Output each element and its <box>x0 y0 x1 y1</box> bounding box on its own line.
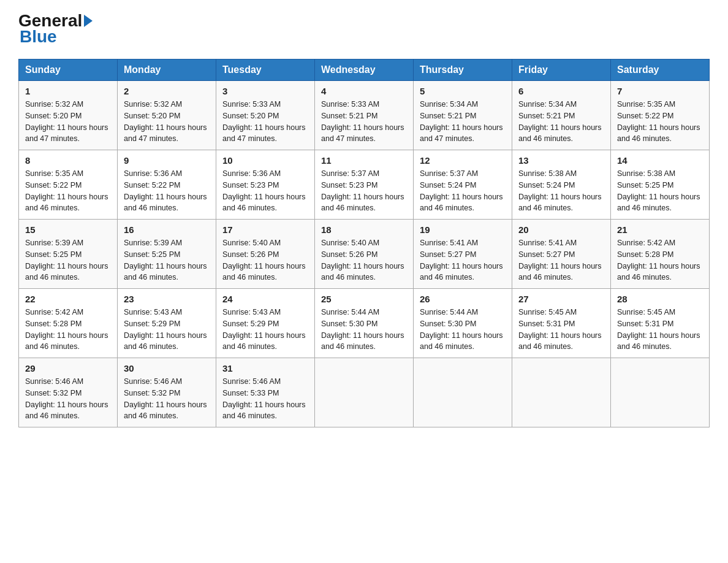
day-info: Sunrise: 5:44 AMSunset: 5:30 PMDaylight:… <box>420 307 506 353</box>
calendar-cell: 4 Sunrise: 5:33 AMSunset: 5:21 PMDayligh… <box>315 81 414 150</box>
day-info: Sunrise: 5:38 AMSunset: 5:25 PMDaylight:… <box>617 168 703 214</box>
day-info: Sunrise: 5:40 AMSunset: 5:26 PMDaylight:… <box>222 237 308 283</box>
day-number: 2 <box>124 86 210 96</box>
day-number: 22 <box>25 294 111 304</box>
logo: General Blue <box>18 12 94 47</box>
day-info: Sunrise: 5:45 AMSunset: 5:31 PMDaylight:… <box>518 307 604 353</box>
day-number: 27 <box>518 294 604 304</box>
calendar-cell: 7 Sunrise: 5:35 AMSunset: 5:22 PMDayligh… <box>611 81 710 150</box>
day-number: 20 <box>518 224 604 235</box>
day-info: Sunrise: 5:41 AMSunset: 5:27 PMDaylight:… <box>518 237 604 283</box>
day-number: 19 <box>420 224 506 235</box>
day-info: Sunrise: 5:33 AMSunset: 5:20 PMDaylight:… <box>222 99 308 145</box>
day-info: Sunrise: 5:35 AMSunset: 5:22 PMDaylight:… <box>25 168 111 214</box>
calendar-cell: 17 Sunrise: 5:40 AMSunset: 5:26 PMDaylig… <box>216 220 315 289</box>
day-info: Sunrise: 5:36 AMSunset: 5:22 PMDaylight:… <box>124 168 210 214</box>
calendar-day-header-friday: Friday <box>512 59 611 81</box>
calendar-header-row: SundayMondayTuesdayWednesdayThursdayFrid… <box>19 59 710 81</box>
day-info: Sunrise: 5:39 AMSunset: 5:25 PMDaylight:… <box>25 237 111 283</box>
day-info: Sunrise: 5:39 AMSunset: 5:25 PMDaylight:… <box>124 237 210 283</box>
calendar-cell: 26 Sunrise: 5:44 AMSunset: 5:30 PMDaylig… <box>414 289 512 358</box>
calendar-cell <box>414 358 512 427</box>
day-info: Sunrise: 5:34 AMSunset: 5:21 PMDaylight:… <box>518 99 604 145</box>
calendar-day-header-saturday: Saturday <box>611 59 710 81</box>
calendar-day-header-tuesday: Tuesday <box>216 59 315 81</box>
calendar-week-row: 29 Sunrise: 5:46 AMSunset: 5:32 PMDaylig… <box>19 358 710 427</box>
calendar-cell: 13 Sunrise: 5:38 AMSunset: 5:24 PMDaylig… <box>512 150 611 220</box>
day-info: Sunrise: 5:32 AMSunset: 5:20 PMDaylight:… <box>124 99 210 145</box>
calendar-week-row: 8 Sunrise: 5:35 AMSunset: 5:22 PMDayligh… <box>19 150 710 220</box>
day-number: 23 <box>124 294 210 304</box>
calendar-cell: 2 Sunrise: 5:32 AMSunset: 5:20 PMDayligh… <box>118 81 216 150</box>
day-info: Sunrise: 5:37 AMSunset: 5:24 PMDaylight:… <box>420 168 506 214</box>
page-header: General Blue <box>18 12 710 47</box>
day-number: 12 <box>420 155 506 166</box>
day-number: 14 <box>617 155 703 166</box>
calendar-cell: 18 Sunrise: 5:40 AMSunset: 5:26 PMDaylig… <box>315 220 414 289</box>
day-info: Sunrise: 5:42 AMSunset: 5:28 PMDaylight:… <box>25 307 111 353</box>
calendar-cell: 20 Sunrise: 5:41 AMSunset: 5:27 PMDaylig… <box>512 220 611 289</box>
calendar-cell: 6 Sunrise: 5:34 AMSunset: 5:21 PMDayligh… <box>512 81 611 150</box>
day-info: Sunrise: 5:37 AMSunset: 5:23 PMDaylight:… <box>321 168 407 214</box>
calendar-cell: 1 Sunrise: 5:32 AMSunset: 5:20 PMDayligh… <box>19 81 118 150</box>
calendar-cell: 23 Sunrise: 5:43 AMSunset: 5:29 PMDaylig… <box>118 289 216 358</box>
calendar-cell <box>315 358 414 427</box>
calendar-cell: 11 Sunrise: 5:37 AMSunset: 5:23 PMDaylig… <box>315 150 414 220</box>
calendar-day-header-monday: Monday <box>118 59 216 81</box>
calendar-day-header-sunday: Sunday <box>19 59 118 81</box>
day-info: Sunrise: 5:46 AMSunset: 5:33 PMDaylight:… <box>222 376 308 422</box>
calendar-cell: 29 Sunrise: 5:46 AMSunset: 5:32 PMDaylig… <box>19 358 118 427</box>
day-number: 1 <box>25 86 111 96</box>
day-number: 30 <box>124 363 210 373</box>
day-info: Sunrise: 5:43 AMSunset: 5:29 PMDaylight:… <box>222 307 308 353</box>
day-info: Sunrise: 5:34 AMSunset: 5:21 PMDaylight:… <box>420 99 506 145</box>
calendar-cell: 19 Sunrise: 5:41 AMSunset: 5:27 PMDaylig… <box>414 220 512 289</box>
calendar-cell: 25 Sunrise: 5:44 AMSunset: 5:30 PMDaylig… <box>315 289 414 358</box>
calendar-day-header-thursday: Thursday <box>414 59 512 81</box>
logo-arrow-icon <box>84 15 93 27</box>
calendar-cell <box>611 358 710 427</box>
day-info: Sunrise: 5:32 AMSunset: 5:20 PMDaylight:… <box>25 99 111 145</box>
calendar-cell <box>512 358 611 427</box>
calendar-cell: 22 Sunrise: 5:42 AMSunset: 5:28 PMDaylig… <box>19 289 118 358</box>
day-info: Sunrise: 5:33 AMSunset: 5:21 PMDaylight:… <box>321 99 407 145</box>
day-number: 6 <box>518 86 604 96</box>
day-number: 29 <box>25 363 111 373</box>
calendar-cell: 30 Sunrise: 5:46 AMSunset: 5:32 PMDaylig… <box>118 358 216 427</box>
day-info: Sunrise: 5:36 AMSunset: 5:23 PMDaylight:… <box>222 168 308 214</box>
logo-blue-text: Blue <box>20 27 57 46</box>
day-number: 26 <box>420 294 506 304</box>
day-info: Sunrise: 5:43 AMSunset: 5:29 PMDaylight:… <box>124 307 210 353</box>
calendar-table: SundayMondayTuesdayWednesdayThursdayFrid… <box>18 59 710 427</box>
calendar-week-row: 22 Sunrise: 5:42 AMSunset: 5:28 PMDaylig… <box>19 289 710 358</box>
day-info: Sunrise: 5:35 AMSunset: 5:22 PMDaylight:… <box>617 99 703 145</box>
day-number: 25 <box>321 294 407 304</box>
day-number: 15 <box>25 224 111 235</box>
day-number: 9 <box>124 155 210 166</box>
calendar-cell: 28 Sunrise: 5:45 AMSunset: 5:31 PMDaylig… <box>611 289 710 358</box>
calendar-cell: 27 Sunrise: 5:45 AMSunset: 5:31 PMDaylig… <box>512 289 611 358</box>
day-number: 3 <box>222 86 308 96</box>
day-info: Sunrise: 5:41 AMSunset: 5:27 PMDaylight:… <box>420 237 506 283</box>
day-number: 10 <box>222 155 308 166</box>
day-number: 16 <box>124 224 210 235</box>
day-info: Sunrise: 5:44 AMSunset: 5:30 PMDaylight:… <box>321 307 407 353</box>
calendar-cell: 10 Sunrise: 5:36 AMSunset: 5:23 PMDaylig… <box>216 150 315 220</box>
day-number: 4 <box>321 86 407 96</box>
calendar-cell: 16 Sunrise: 5:39 AMSunset: 5:25 PMDaylig… <box>118 220 216 289</box>
calendar-cell: 12 Sunrise: 5:37 AMSunset: 5:24 PMDaylig… <box>414 150 512 220</box>
day-number: 17 <box>222 224 308 235</box>
calendar-cell: 31 Sunrise: 5:46 AMSunset: 5:33 PMDaylig… <box>216 358 315 427</box>
day-info: Sunrise: 5:46 AMSunset: 5:32 PMDaylight:… <box>25 376 111 422</box>
day-number: 21 <box>617 224 703 235</box>
calendar-cell: 9 Sunrise: 5:36 AMSunset: 5:22 PMDayligh… <box>118 150 216 220</box>
day-number: 11 <box>321 155 407 166</box>
day-number: 28 <box>617 294 703 304</box>
calendar-week-row: 15 Sunrise: 5:39 AMSunset: 5:25 PMDaylig… <box>19 220 710 289</box>
day-number: 8 <box>25 155 111 166</box>
calendar-cell: 24 Sunrise: 5:43 AMSunset: 5:29 PMDaylig… <box>216 289 315 358</box>
calendar-cell: 8 Sunrise: 5:35 AMSunset: 5:22 PMDayligh… <box>19 150 118 220</box>
day-number: 31 <box>222 363 308 373</box>
day-number: 18 <box>321 224 407 235</box>
calendar-week-row: 1 Sunrise: 5:32 AMSunset: 5:20 PMDayligh… <box>19 81 710 150</box>
